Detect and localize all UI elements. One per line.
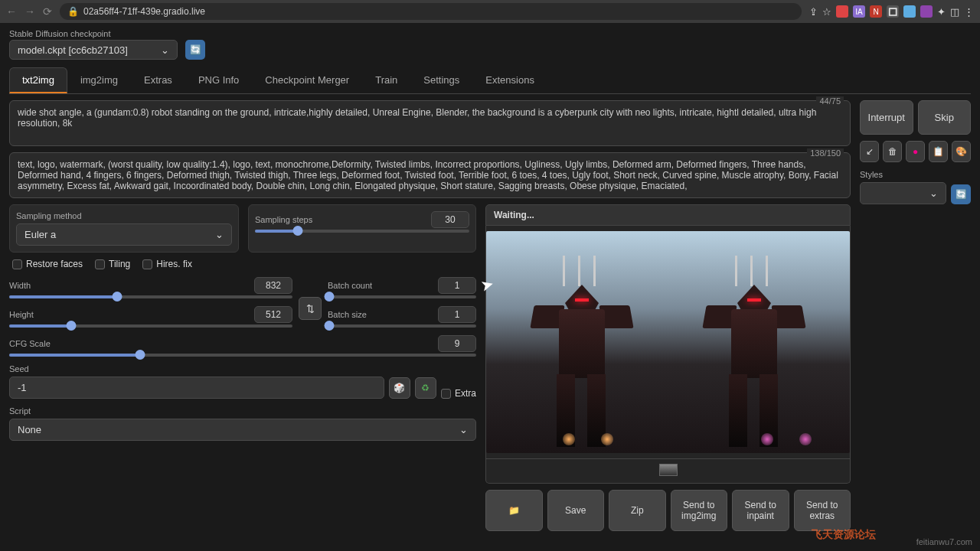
main-tabs: txt2img img2img Extras PNG Info Checkpoi… xyxy=(9,67,971,94)
script-label: Script xyxy=(9,406,476,416)
negative-prompt-textarea[interactable]: 138/150 text, logo, watermark, (worst qu… xyxy=(9,152,851,198)
restore-faces-checkbox[interactable]: Restore faces xyxy=(12,259,83,269)
checkpoint-dropdown[interactable]: model.ckpt [cc6cb27103] ⌄ xyxy=(9,40,178,60)
batch-count-slider[interactable] xyxy=(328,295,476,298)
tiling-checkbox[interactable]: Tiling xyxy=(95,259,130,269)
menu-icon[interactable]: ⋮ xyxy=(964,6,974,18)
chevron-down-icon: ⌄ xyxy=(215,229,224,240)
ext-icon[interactable]: IA xyxy=(853,5,865,18)
reuse-seed-button[interactable]: ♻ xyxy=(415,377,436,399)
width-label: Width xyxy=(9,281,31,290)
sampling-steps-label: Sampling steps xyxy=(255,215,312,224)
back-icon[interactable]: ← xyxy=(6,5,17,18)
tab-settings[interactable]: Settings xyxy=(410,67,472,93)
ext-icon[interactable]: 🔳 xyxy=(887,5,899,18)
cfg-slider[interactable] xyxy=(9,354,476,357)
skip-button[interactable]: Skip xyxy=(918,100,972,135)
prompt-text: wide shot angle, a (gundam:0.8) robot st… xyxy=(18,107,816,129)
paint-icon-button[interactable]: 🎨 xyxy=(952,141,971,162)
send-extras-button[interactable]: Send to extras xyxy=(794,490,851,531)
forward-icon[interactable]: → xyxy=(24,5,35,18)
hires-fix-checkbox[interactable]: Hires. fix xyxy=(142,259,192,269)
width-value[interactable]: 832 xyxy=(254,277,292,294)
share-icon[interactable]: ⇪ xyxy=(809,6,818,18)
tab-extras[interactable]: Extras xyxy=(131,67,185,93)
sampling-method-label: Sampling method xyxy=(16,211,232,220)
clipboard-icon-button[interactable]: 📋 xyxy=(929,141,948,162)
checkpoint-value: model.ckpt [cc6cb27103] xyxy=(18,44,128,56)
chevron-down-icon: ⌄ xyxy=(459,424,468,435)
star-icon[interactable]: ☆ xyxy=(822,6,831,18)
arrow-icon-button[interactable]: ↙ xyxy=(860,141,879,162)
height-value[interactable]: 512 xyxy=(254,306,292,323)
send-img2img-button[interactable]: Send to img2img xyxy=(671,490,728,531)
random-seed-button[interactable]: 🎲 xyxy=(389,377,410,399)
swap-dimensions-button[interactable]: ⇅ xyxy=(299,297,322,320)
tab-checkpoint-merger[interactable]: Checkpoint Merger xyxy=(252,67,362,93)
sampling-steps-value[interactable]: 30 xyxy=(431,211,469,228)
browser-toolbar: ← → ⟳ 🔒 02a56ff4-71ff-439e.gradio.live ⇪… xyxy=(0,0,980,23)
chevron-down-icon: ⌄ xyxy=(929,187,938,199)
tab-train[interactable]: Train xyxy=(362,67,410,93)
cfg-label: CFG Scale xyxy=(9,339,51,348)
ext-icon[interactable] xyxy=(836,5,848,18)
tab-pnginfo[interactable]: PNG Info xyxy=(185,67,252,93)
sampling-method-dropdown[interactable]: Euler a ⌄ xyxy=(16,223,232,246)
script-value: None xyxy=(18,424,41,435)
batch-count-label: Batch count xyxy=(328,281,372,290)
seed-label: Seed xyxy=(9,364,476,373)
url-text: 02a56ff4-71ff-439e.gradio.live xyxy=(83,6,205,17)
tab-extensions[interactable]: Extensions xyxy=(472,67,547,93)
sampling-method-value: Euler a xyxy=(24,229,56,240)
neg-prompt-token-count: 138/150 xyxy=(807,148,844,158)
tab-txt2img[interactable]: txt2img xyxy=(9,67,67,93)
refresh-checkpoint-button[interactable]: 🔄 xyxy=(185,40,205,60)
ext-icon[interactable]: N xyxy=(870,5,882,18)
open-folder-button[interactable]: 📁 xyxy=(485,490,543,531)
apply-style-button[interactable]: 🔄 xyxy=(951,184,971,204)
ext-icon[interactable] xyxy=(920,5,933,18)
output-status: Waiting... xyxy=(485,204,851,226)
extensions-icon[interactable]: ✦ xyxy=(937,6,946,18)
seed-input[interactable]: -1 xyxy=(9,377,384,399)
height-slider[interactable] xyxy=(9,324,292,328)
style-icon-button[interactable]: ● xyxy=(906,141,925,162)
send-inpaint-button[interactable]: Send to inpaint xyxy=(732,490,789,531)
styles-dropdown[interactable]: ⌄ xyxy=(860,182,946,204)
sampling-steps-slider[interactable] xyxy=(255,230,469,233)
neg-prompt-text: text, logo, watermark, (worst quality, l… xyxy=(18,159,838,191)
thumbnail[interactable] xyxy=(659,464,678,476)
thumbnail-strip xyxy=(485,459,851,484)
watermark: feitianwu7.com xyxy=(916,537,972,546)
extra-seed-checkbox[interactable]: Extra xyxy=(441,388,476,399)
batch-count-value[interactable]: 1 xyxy=(438,277,476,294)
batch-size-slider[interactable] xyxy=(328,324,476,328)
interrupt-button[interactable]: Interrupt xyxy=(860,100,913,135)
url-bar[interactable]: 🔒 02a56ff4-71ff-439e.gradio.live xyxy=(60,3,802,20)
styles-label: Styles xyxy=(860,170,946,179)
chevron-down-icon: ⌄ xyxy=(161,44,169,56)
output-image[interactable]: ✕ xyxy=(485,226,851,459)
watermark: 飞天资源论坛 xyxy=(812,528,876,542)
sidepanel-icon[interactable]: ◫ xyxy=(950,6,959,18)
zip-button[interactable]: Zip xyxy=(609,490,666,531)
height-label: Height xyxy=(9,310,34,319)
batch-size-label: Batch size xyxy=(328,310,367,319)
batch-size-value[interactable]: 1 xyxy=(438,306,476,323)
script-dropdown[interactable]: None ⌄ xyxy=(9,419,476,441)
tab-img2img[interactable]: img2img xyxy=(67,67,131,93)
prompt-textarea[interactable]: 44/75 wide shot angle, a (gundam:0.8) ro… xyxy=(9,100,851,146)
reload-icon[interactable]: ⟳ xyxy=(43,5,52,18)
save-button[interactable]: Save xyxy=(547,490,605,531)
ext-icon[interactable] xyxy=(903,5,916,18)
cfg-value[interactable]: 9 xyxy=(438,335,476,352)
prompt-token-count: 44/75 xyxy=(816,96,844,106)
checkpoint-label: Stable Diffusion checkpoint xyxy=(9,29,178,38)
trash-icon-button[interactable]: 🗑 xyxy=(883,141,902,162)
extension-icons: ⇪ ☆ IA N 🔳 ✦ ◫ ⋮ xyxy=(809,5,974,18)
width-slider[interactable] xyxy=(9,295,292,298)
